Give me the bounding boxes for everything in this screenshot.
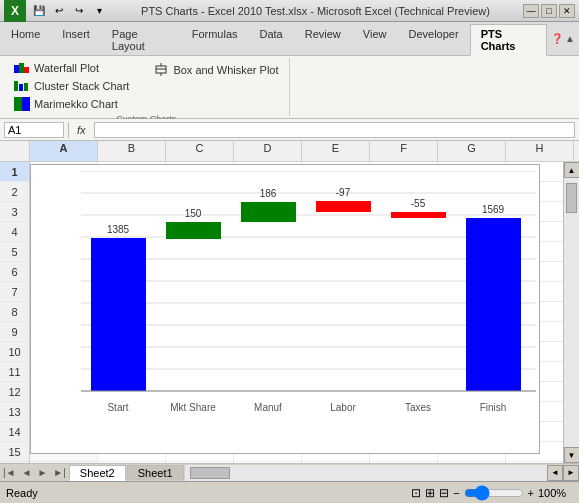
redo-button[interactable]: ↪: [70, 2, 88, 20]
tab-insert[interactable]: Insert: [51, 24, 101, 55]
save-button[interactable]: 💾: [30, 2, 48, 20]
row-num-16[interactable]: 16: [0, 462, 29, 463]
bar-finish: [466, 218, 521, 391]
row-num-1[interactable]: 1: [0, 162, 29, 182]
scroll-down-button[interactable]: ▼: [564, 447, 580, 463]
row-num-7[interactable]: 7: [0, 282, 29, 302]
sheet-tab-sheet2[interactable]: Sheet2: [69, 465, 126, 481]
chart-container: 0 200 400 600: [30, 164, 540, 454]
status-right: ⊡ ⊞ ⊟ − + 100%: [411, 486, 573, 500]
scroll-left-button[interactable]: ◄: [547, 465, 563, 481]
col-header-g[interactable]: G: [438, 141, 506, 161]
customize-button[interactable]: ▾: [90, 2, 108, 20]
ribbon-items-list: Waterfall Plot Cluster Stack Chart: [12, 60, 281, 112]
cell-G16[interactable]: [438, 462, 506, 463]
tab-review[interactable]: Review: [294, 24, 352, 55]
cell-F16[interactable]: [370, 462, 438, 463]
vertical-scrollbar[interactable]: ▲ ▼: [563, 162, 579, 463]
zoom-out-button[interactable]: −: [453, 487, 459, 499]
cell-E16[interactable]: [302, 462, 370, 463]
col-header-a[interactable]: A: [30, 141, 98, 161]
tab-home[interactable]: Home: [0, 24, 51, 55]
undo-button[interactable]: ↩: [50, 2, 68, 20]
svg-text:Start: Start: [107, 402, 128, 413]
row-num-12[interactable]: 12: [0, 382, 29, 402]
tab-formulas[interactable]: Formulas: [181, 24, 249, 55]
page-break-button[interactable]: ⊟: [439, 486, 449, 500]
col-header-e[interactable]: E: [302, 141, 370, 161]
maximize-button[interactable]: □: [541, 4, 557, 18]
scroll-up-button[interactable]: ▲: [564, 162, 580, 178]
box-whisker-icon: [153, 63, 169, 77]
waterfall-chart: 0 200 400 600: [81, 171, 536, 431]
col-header-f[interactable]: F: [370, 141, 438, 161]
waterfall-plot-button[interactable]: Waterfall Plot: [12, 60, 131, 76]
bar-labor: [316, 201, 371, 212]
sheet-tab-sheet1[interactable]: Sheet1: [127, 465, 184, 480]
sheet-nav-last[interactable]: ►|: [50, 467, 69, 478]
title-bar: X 💾 ↩ ↪ ▾ PTS Charts - Excel 2010 Test.x…: [0, 0, 579, 22]
row-num-6[interactable]: 6: [0, 262, 29, 282]
row-num-4[interactable]: 4: [0, 222, 29, 242]
svg-text:1569: 1569: [482, 204, 505, 215]
cell-A16[interactable]: [30, 462, 98, 463]
zoom-level: 100%: [538, 487, 573, 499]
normal-view-button[interactable]: ⊡: [411, 486, 421, 500]
row-num-10[interactable]: 10: [0, 342, 29, 362]
help-icon[interactable]: ❓: [551, 33, 563, 44]
svg-text:1385: 1385: [107, 224, 130, 235]
quick-access-toolbar: 💾 ↩ ↪ ▾: [30, 2, 108, 20]
marimekko-label: Marimekko Chart: [34, 98, 118, 110]
cluster-stack-button[interactable]: Cluster Stack Chart: [12, 78, 131, 94]
zoom-in-button[interactable]: +: [528, 487, 534, 499]
scroll-thumb[interactable]: [566, 183, 577, 213]
minimize-button[interactable]: —: [523, 4, 539, 18]
svg-rect-5: [24, 83, 28, 91]
col-header-d[interactable]: D: [234, 141, 302, 161]
tab-view[interactable]: View: [352, 24, 398, 55]
row-num-3[interactable]: 3: [0, 202, 29, 222]
sheet-nav-prev[interactable]: ◄: [19, 467, 35, 478]
cell-B16[interactable]: [98, 462, 166, 463]
tab-data[interactable]: Data: [249, 24, 294, 55]
tab-page-layout[interactable]: Page Layout: [101, 24, 181, 55]
row-num-13[interactable]: 13: [0, 402, 29, 422]
tab-pts-charts[interactable]: PTS Charts: [470, 24, 547, 56]
col-header-b[interactable]: B: [98, 141, 166, 161]
col-header-c[interactable]: C: [166, 141, 234, 161]
formula-input[interactable]: [94, 122, 575, 138]
tab-developer[interactable]: Developer: [397, 24, 469, 55]
page-layout-button[interactable]: ⊞: [425, 486, 435, 500]
cell-H16[interactable]: [506, 462, 563, 463]
sheet-nav-first[interactable]: |◄: [0, 467, 19, 478]
row-num-14[interactable]: 14: [0, 422, 29, 442]
row-num-9[interactable]: 9: [0, 322, 29, 342]
row-num-5[interactable]: 5: [0, 242, 29, 262]
close-button[interactable]: ✕: [559, 4, 575, 18]
horizontal-scroll-thumb[interactable]: [190, 467, 230, 479]
custom-charts-group: Waterfall Plot Cluster Stack Chart: [4, 58, 290, 116]
svg-text:150: 150: [185, 208, 202, 219]
app-icon[interactable]: X: [4, 0, 26, 22]
marimekko-icon: [14, 97, 30, 111]
row-num-2[interactable]: 2: [0, 182, 29, 202]
row-num-8[interactable]: 8: [0, 302, 29, 322]
col-header-h[interactable]: H: [506, 141, 574, 161]
box-whisker-button[interactable]: Box and Whisker Plot: [151, 62, 280, 78]
svg-text:Taxes: Taxes: [405, 402, 431, 413]
scroll-right-button[interactable]: ►: [563, 465, 579, 481]
ribbon-toggle[interactable]: ▲: [565, 33, 575, 44]
scroll-track[interactable]: [564, 178, 579, 447]
horizontal-scroll-track[interactable]: [185, 465, 547, 481]
row-num-15[interactable]: 15: [0, 442, 29, 462]
cell-D16[interactable]: [234, 462, 302, 463]
zoom-slider[interactable]: [464, 487, 524, 499]
sheet-nav-next[interactable]: ►: [34, 467, 50, 478]
row-num-11[interactable]: 11: [0, 362, 29, 382]
cell-C16[interactable]: [166, 462, 234, 463]
svg-rect-2: [24, 67, 29, 73]
cell-reference-input[interactable]: [4, 122, 64, 138]
marimekko-button[interactable]: Marimekko Chart: [12, 96, 131, 112]
formula-separator: [68, 122, 69, 138]
col-header-i[interactable]: I: [574, 141, 579, 161]
